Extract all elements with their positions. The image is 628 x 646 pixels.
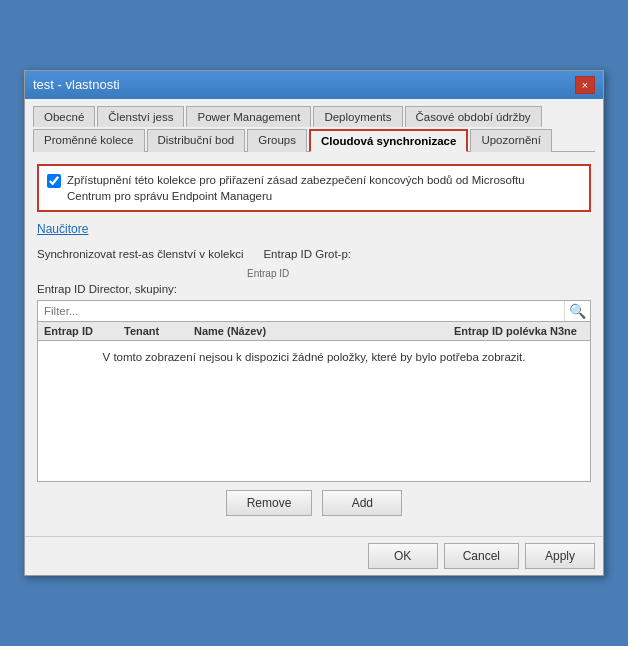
checkbox-section: Zpřístupnění této kolekce pro přiřazení … bbox=[37, 164, 591, 212]
search-icon[interactable]: 🔍 bbox=[564, 301, 590, 321]
sync-form-row: Synchronizovat rest-as členství v kolekc… bbox=[37, 248, 591, 260]
title-bar: test - vlastnosti × bbox=[25, 71, 603, 99]
tab-row-1: Obecné Členství jess Power Management De… bbox=[33, 105, 595, 126]
naucit-link[interactable]: Naučitore bbox=[37, 222, 88, 236]
naucit-section: Naučitore bbox=[37, 222, 591, 244]
ok-button[interactable]: OK bbox=[368, 543, 438, 569]
content-area: Obecné Členství jess Power Management De… bbox=[25, 99, 603, 536]
table-container: Entrap ID Tenant Name (Název) Entrap ID … bbox=[37, 322, 591, 482]
tab-obecne[interactable]: Obecné bbox=[33, 106, 95, 127]
body-area: Zpřístupnění této kolekce pro přiřazení … bbox=[33, 158, 595, 528]
entrap-id-micro-row: Entrap ID bbox=[37, 266, 591, 280]
tab-groups[interactable]: Groups bbox=[247, 129, 307, 152]
tab-upozorneni[interactable]: Upozornění bbox=[470, 129, 551, 152]
close-button[interactable]: × bbox=[575, 76, 595, 94]
col-name: Name (Název) bbox=[194, 325, 434, 337]
title-bar-buttons: × bbox=[575, 76, 595, 94]
main-window: test - vlastnosti × Obecné Členství jess… bbox=[24, 70, 604, 576]
col-tenant: Tenant bbox=[124, 325, 174, 337]
filter-row: 🔍 bbox=[37, 300, 591, 322]
col-entrap-id: Entrap ID bbox=[44, 325, 104, 337]
table-empty-message: V tomto zobrazení nejsou k dispozici žád… bbox=[38, 341, 590, 373]
bottom-buttons-row: Remove Add bbox=[37, 490, 591, 516]
tab-promenne[interactable]: Proměnné kolece bbox=[33, 129, 145, 152]
entrap-director-label: Entrap ID Director, skupiny: bbox=[37, 283, 177, 295]
col-entrap-id-n3ne: Entrap ID polévka N3ne bbox=[454, 325, 584, 337]
footer-buttons: OK Cancel Apply bbox=[25, 536, 603, 575]
tab-distribucni[interactable]: Distribuční bod bbox=[147, 129, 246, 152]
window-title: test - vlastnosti bbox=[33, 77, 120, 92]
checkbox-label: Zpřístupnění této kolekce pro přiřazení … bbox=[67, 172, 525, 204]
remove-button[interactable]: Remove bbox=[226, 490, 313, 516]
sync-label: Synchronizovat rest-as členství v kolekc… bbox=[37, 248, 243, 260]
cancel-button[interactable]: Cancel bbox=[444, 543, 519, 569]
tab-power[interactable]: Power Management bbox=[186, 106, 311, 127]
tab-clenstvi[interactable]: Členství jess bbox=[97, 106, 184, 127]
entrap-group-label: Entrap ID Grot-p: bbox=[263, 248, 351, 260]
tabs-container: Obecné Členství jess Power Management De… bbox=[33, 105, 595, 152]
zpristupneni-checkbox[interactable] bbox=[47, 174, 61, 188]
checkbox-row: Zpřístupnění této kolekce pro přiřazení … bbox=[47, 172, 581, 204]
tab-deployments[interactable]: Deployments bbox=[313, 106, 402, 127]
entrap-director-row: Entrap ID Director, skupiny: bbox=[37, 282, 591, 296]
add-button[interactable]: Add bbox=[322, 490, 402, 516]
tab-cloudova[interactable]: Cloudová synchronizace bbox=[309, 129, 468, 152]
apply-button[interactable]: Apply bbox=[525, 543, 595, 569]
filter-input[interactable] bbox=[38, 301, 564, 321]
tab-row-2: Proměnné kolece Distribuční bod Groups C… bbox=[33, 128, 595, 151]
tab-casove[interactable]: Časové období údržby bbox=[405, 106, 542, 127]
table-header: Entrap ID Tenant Name (Název) Entrap ID … bbox=[38, 322, 590, 341]
entrap-id-micro-label: Entrap ID bbox=[247, 268, 289, 279]
